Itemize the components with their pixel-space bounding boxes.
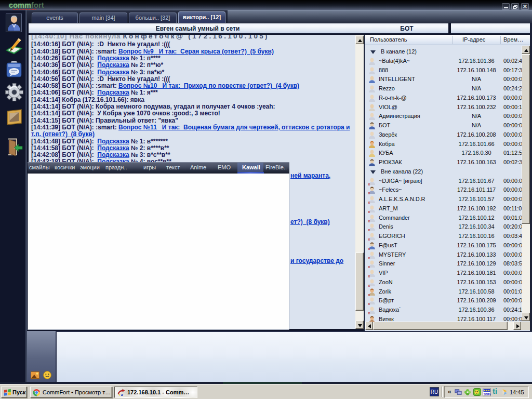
svg-text:x: x — [368, 237, 370, 241]
svg-text:x: x — [368, 219, 370, 222]
svg-text:x: x — [368, 228, 370, 231]
svg-text:SERV: SERV — [484, 393, 491, 396]
svg-text:x: x — [368, 256, 370, 259]
svg-text:x: x — [368, 293, 370, 296]
svg-text:x: x — [368, 247, 370, 250]
svg-text:x: x — [368, 265, 370, 268]
svg-text:x: x — [368, 302, 370, 305]
svg-text:x: x — [368, 311, 370, 314]
svg-text:x: x — [368, 201, 370, 204]
svg-text:x: x — [368, 182, 370, 185]
svg-text:x: x — [368, 191, 370, 194]
svg-text:x: x — [368, 210, 370, 213]
svg-text:x: x — [368, 284, 370, 287]
svg-text:x: x — [368, 274, 370, 277]
